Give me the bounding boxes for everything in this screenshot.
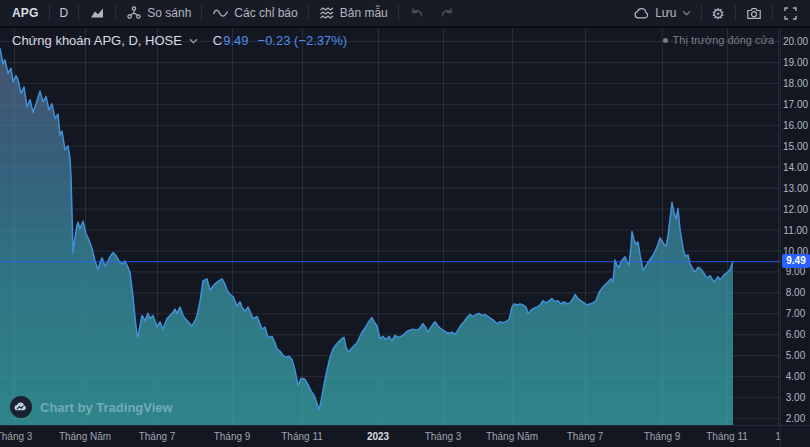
camera-icon <box>746 6 762 21</box>
price-tick-label: 18.00 <box>781 77 810 88</box>
indicators-button[interactable]: Các chỉ báo <box>204 2 305 24</box>
gear-icon: ⚙ <box>712 6 725 21</box>
price-tick-label: 6.00 <box>781 329 810 340</box>
time-tick-label: Tháng 7 <box>139 431 176 442</box>
toolbar-left-group: APG D So sánh <box>4 0 463 26</box>
compare-label: So sánh <box>147 6 191 20</box>
redo-icon <box>440 6 455 20</box>
time-tick-label: Tháng 3 <box>0 431 32 442</box>
toolbar-separator <box>308 5 309 21</box>
legend-price: 9.49 <box>223 33 248 48</box>
time-tick-label: Tháng Năm <box>486 431 538 442</box>
watermark-label: Chart by TradingView <box>40 400 173 415</box>
compare-button[interactable]: So sánh <box>118 2 199 24</box>
price-tick-label: 4.00 <box>781 371 810 382</box>
tradingview-watermark[interactable]: Chart by TradingView <box>10 396 173 418</box>
indicators-wave-icon <box>212 5 229 21</box>
tradingview-logo-icon <box>10 396 32 418</box>
templates-label: Bản mẫu <box>340 6 388 20</box>
market-status-dot-icon <box>663 38 668 43</box>
price-area-chart <box>0 28 780 425</box>
toolbar-separator <box>735 5 736 21</box>
price-tick-label: 5.00 <box>781 350 810 361</box>
compare-icon <box>126 5 142 21</box>
chart-pane[interactable]: Chứng khoán APG, D, HOSE C 9.49 −0.23 (−… <box>0 28 780 425</box>
toolbar-separator <box>398 5 399 21</box>
symbol-button[interactable]: APG <box>4 2 47 24</box>
settings-button[interactable]: ⚙ <box>704 2 733 24</box>
price-tick-label: 3.00 <box>781 392 810 403</box>
templates-waves-icon <box>319 5 335 21</box>
time-axis[interactable]: Tháng 3Tháng NămTháng 7Tháng 9Tháng 1120… <box>0 425 810 447</box>
price-tick-label: 8.00 <box>781 287 810 298</box>
symbol-label: APG <box>12 6 39 20</box>
legend-close-value: C 9.49 <box>213 33 249 48</box>
time-tick-label: Tháng 9 <box>214 431 251 442</box>
price-tick-label: 17.00 <box>781 98 810 109</box>
time-tick-label: Tháng 9 <box>644 431 681 442</box>
time-tick-label: 2023 <box>367 431 389 442</box>
toolbar-right-group: Lưu ⚙ <box>625 0 806 26</box>
area-chart-icon <box>89 5 105 21</box>
toolbar-separator <box>49 5 50 21</box>
price-tick-label: 2.00 <box>781 413 810 424</box>
undo-icon <box>409 6 424 20</box>
chart-legend[interactable]: Chứng khoán APG, D, HOSE C 9.49 −0.23 (−… <box>12 33 347 48</box>
price-tick-label: 12.00 <box>781 203 810 214</box>
snapshot-button[interactable] <box>738 2 770 24</box>
fullscreen-icon <box>783 6 798 21</box>
chevron-down-icon <box>682 10 691 16</box>
save-button[interactable]: Lưu <box>625 2 698 24</box>
redo-button[interactable] <box>432 2 463 24</box>
top-toolbar: APG D So sánh <box>0 0 810 28</box>
time-tick-label: Tháng 3 <box>425 431 462 442</box>
templates-button[interactable]: Bản mẫu <box>311 2 396 24</box>
time-tick-label: Tháng Năm <box>59 431 111 442</box>
chart-style-button[interactable] <box>81 2 113 24</box>
legend-caret-icon[interactable] <box>189 38 198 44</box>
market-status: Thị trường đóng cửa <box>663 34 774 46</box>
fullscreen-button[interactable] <box>775 2 806 24</box>
toolbar-separator <box>201 5 202 21</box>
toolbar-separator <box>115 5 116 21</box>
save-label: Lưu <box>655 6 676 20</box>
toolbar-separator <box>772 5 773 21</box>
time-tick-label: Tháng 7 <box>567 431 604 442</box>
last-price-badge: 9.49 <box>782 254 810 268</box>
price-tick-label: 16.00 <box>781 119 810 130</box>
axis-corner-divider <box>780 426 781 447</box>
price-tick-label: 19.00 <box>781 56 810 67</box>
price-tick-label: 15.00 <box>781 140 810 151</box>
time-tick-label: Tháng 11 <box>706 431 748 442</box>
price-axis[interactable]: 9.49 20.0019.0018.0017.0016.0015.0014.00… <box>780 28 810 447</box>
cloud-icon <box>633 6 650 21</box>
tradingview-chart-app: APG D So sánh <box>0 0 810 447</box>
price-tick-label: 14.00 <box>781 161 810 172</box>
interval-label: D <box>60 6 69 20</box>
legend-change: −0.23 (−2.37%) <box>258 33 348 48</box>
time-tick-label: Tháng 11 <box>281 431 323 442</box>
legend-symbol-title[interactable]: Chứng khoán APG, D, HOSE <box>12 33 182 48</box>
legend-close-label: C <box>213 33 222 48</box>
market-status-label: Thị trường đóng cửa <box>673 34 774 46</box>
toolbar-separator <box>78 5 79 21</box>
indicators-label: Các chỉ báo <box>234 6 297 20</box>
toolbar-separator <box>701 5 702 21</box>
price-tick-label: 11.00 <box>781 224 810 235</box>
price-tick-label: 20.00 <box>781 36 810 47</box>
price-tick-label: 13.00 <box>781 182 810 193</box>
undo-button[interactable] <box>401 2 432 24</box>
legend-values: C 9.49 −0.23 (−2.37%) <box>213 33 347 48</box>
price-tick-label: 7.00 <box>781 308 810 319</box>
interval-button[interactable]: D <box>52 2 77 24</box>
